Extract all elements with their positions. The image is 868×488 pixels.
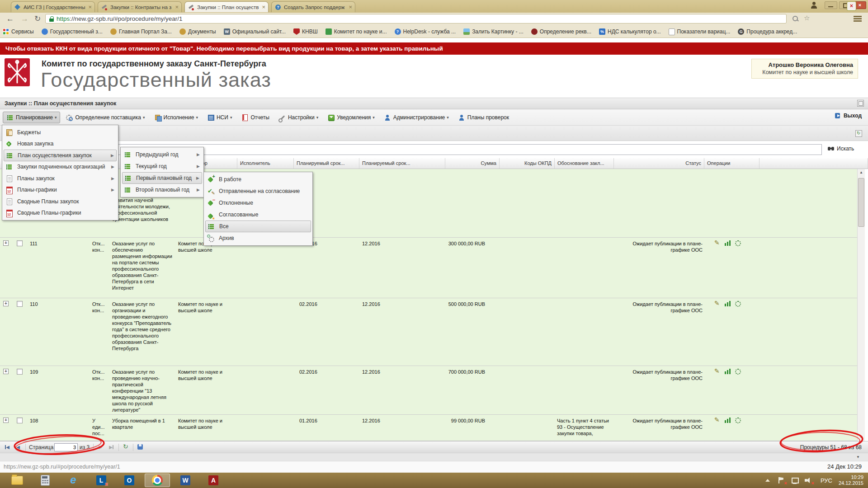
edit-icon[interactable]: ✎ bbox=[714, 239, 722, 247]
ie-icon[interactable]: e bbox=[61, 474, 86, 487]
action-center-flag-icon[interactable]: × bbox=[777, 477, 785, 484]
bookmark-item[interactable]: Государственный з... bbox=[42, 28, 103, 35]
chart-icon[interactable] bbox=[724, 417, 732, 424]
bookmark-item[interactable]: КНВШ bbox=[293, 28, 318, 35]
gear-icon[interactable] bbox=[734, 300, 742, 307]
exit-button[interactable]: Выход bbox=[834, 112, 862, 119]
bookmark-item[interactable]: Залить Картинку - ... bbox=[463, 28, 524, 35]
acrobat-icon[interactable]: A bbox=[201, 474, 226, 487]
bookmark-item[interactable]: Комитет по науке и... bbox=[326, 28, 387, 35]
column-header-status[interactable]: Статус bbox=[614, 158, 704, 169]
bookmark-item[interactable]: Определение рекв... bbox=[531, 28, 591, 35]
first-page-button[interactable]: ◀ bbox=[3, 443, 12, 451]
refresh-icon[interactable]: ↻ bbox=[123, 443, 128, 450]
menubar-item[interactable]: Исполнение▾ bbox=[151, 112, 202, 123]
browser-tab[interactable]: Создать Запрос поддерж× bbox=[271, 1, 355, 12]
chart-icon[interactable] bbox=[724, 239, 732, 247]
menu-item[interactable]: План осуществления закупок▶ bbox=[4, 150, 117, 161]
bookmark-item[interactable]: Процедура аккред... bbox=[738, 28, 797, 35]
chart-icon[interactable] bbox=[724, 300, 732, 307]
browser-tab[interactable]: Закупки :: План осуществ× bbox=[184, 1, 269, 12]
panel-refresh-icon[interactable] bbox=[855, 130, 862, 137]
scroll-up-icon[interactable]: ▲ bbox=[858, 169, 865, 176]
tab-close-icon[interactable]: × bbox=[175, 5, 179, 10]
menu-item[interactable]: Отправленные на согласование bbox=[205, 185, 311, 197]
menubar-item[interactable]: Уведомления▾ bbox=[324, 112, 378, 123]
row-checkbox[interactable] bbox=[17, 301, 23, 307]
bookmark-item[interactable]: Документы bbox=[179, 28, 216, 35]
chart-icon[interactable] bbox=[724, 368, 732, 375]
back-button[interactable]: ← bbox=[6, 14, 14, 24]
tab-close-icon[interactable]: × bbox=[88, 5, 92, 10]
bookmark-item[interactable]: Главная Портал За... bbox=[110, 28, 172, 35]
explorer-icon[interactable] bbox=[5, 474, 30, 487]
vertical-scrollbar[interactable]: ▲ ▼ bbox=[857, 169, 865, 441]
menu-item[interactable]: Новая закупка bbox=[4, 138, 117, 150]
menu-item[interactable]: Текущий год▶ bbox=[122, 160, 202, 172]
column-header-executor[interactable]: Исполнитель bbox=[237, 158, 294, 169]
bookmark-star-icon[interactable]: ☆ bbox=[804, 14, 810, 22]
menu-item[interactable]: Архив bbox=[205, 232, 311, 244]
row-expander-icon[interactable]: + bbox=[3, 418, 9, 423]
menu-item[interactable]: Все bbox=[205, 221, 311, 232]
menu-item[interactable]: Предыдущий год▶ bbox=[122, 149, 202, 160]
menu-item[interactable]: Планы-графики▶ bbox=[4, 184, 117, 196]
word-icon[interactable]: W bbox=[173, 474, 198, 487]
browser-tab[interactable]: АИС ГЗ | Государственны× bbox=[11, 1, 95, 12]
column-header-sum[interactable]: Сумма bbox=[445, 158, 500, 169]
column-header-okpd[interactable]: Коды ОКПД bbox=[500, 158, 555, 169]
menubar-item[interactable]: Отчеты bbox=[237, 112, 273, 123]
tray-clock[interactable]: 10:29 24.12.2015 bbox=[839, 474, 863, 486]
column-header-justification[interactable]: Обоснование закл... bbox=[555, 158, 614, 169]
bottom-scroll-down-icon[interactable]: ▼ bbox=[856, 455, 860, 459]
reload-button[interactable]: ↻ bbox=[34, 14, 41, 24]
lync-icon[interactable]: L× bbox=[89, 474, 114, 487]
browser-menu-icon[interactable] bbox=[854, 16, 862, 22]
volume-muted-icon[interactable]: × bbox=[804, 477, 812, 484]
search-button[interactable]: Искать bbox=[827, 145, 854, 152]
bookmark-item[interactable]: Показатели вариац... bbox=[669, 28, 731, 35]
panel-collapse-icon[interactable] bbox=[857, 100, 864, 107]
menubar-item[interactable]: Администрирование▾ bbox=[380, 112, 453, 123]
column-header-operations[interactable]: Операции bbox=[704, 158, 760, 169]
last-page-button[interactable]: ▶ bbox=[107, 443, 116, 451]
forward-button[interactable]: → bbox=[21, 14, 28, 24]
save-icon[interactable] bbox=[137, 443, 144, 450]
menubar-item[interactable]: НСИ▾ bbox=[203, 112, 236, 123]
gear-icon[interactable] bbox=[734, 417, 742, 424]
zoom-icon[interactable] bbox=[792, 15, 799, 23]
menubar-item[interactable]: Планирование▾ bbox=[3, 112, 60, 123]
tray-expand-icon[interactable] bbox=[765, 479, 770, 482]
menu-item[interactable]: Сводные Планы закупок bbox=[4, 196, 117, 207]
menu-item[interactable]: Закупки подчиненных организаций▶ bbox=[4, 161, 117, 173]
address-bar[interactable]: https://new.gz-spb.ru/#po/procedure/my/y… bbox=[45, 14, 787, 23]
row-expander-icon[interactable]: + bbox=[3, 301, 9, 306]
bookmark-item[interactable]: Официальный сайт... bbox=[224, 28, 286, 35]
chrome-icon[interactable] bbox=[145, 474, 170, 487]
menu-item[interactable]: Второй плановый год▶ bbox=[122, 184, 202, 196]
language-indicator[interactable]: РУС bbox=[821, 477, 832, 484]
window-minimize-button[interactable] bbox=[825, 1, 837, 9]
bookmark-item[interactable]: НДС калькулятор о... bbox=[599, 28, 661, 35]
row-checkbox[interactable] bbox=[17, 418, 23, 423]
scrollbar-thumb[interactable] bbox=[858, 178, 864, 227]
row-expander-icon[interactable]: + bbox=[3, 240, 9, 246]
menu-item[interactable]: Планы закупок▶ bbox=[4, 173, 117, 184]
menubar-item[interactable]: Настройки▾ bbox=[275, 112, 322, 123]
tab-close-icon[interactable]: × bbox=[349, 5, 352, 10]
outlook-icon[interactable]: O bbox=[117, 474, 142, 487]
scroll-down-icon[interactable]: ▼ bbox=[858, 434, 865, 441]
browser-tab[interactable]: Закупки :: Контракты на з× bbox=[98, 1, 182, 12]
bookmark-item[interactable]: Сервисы bbox=[3, 28, 34, 35]
column-header-date2[interactable]: Планируемый срок... bbox=[359, 158, 445, 169]
menubar-item[interactable]: Определение поставщика▾ bbox=[62, 112, 148, 123]
gear-icon[interactable] bbox=[734, 239, 742, 247]
column-header-filler[interactable] bbox=[760, 158, 868, 169]
row-checkbox[interactable] bbox=[17, 369, 23, 375]
edit-icon[interactable]: ✎ bbox=[714, 417, 722, 424]
next-page-button[interactable]: ▶ bbox=[96, 443, 105, 451]
edit-icon[interactable]: ✎ bbox=[714, 368, 722, 375]
menu-item[interactable]: Согласованные bbox=[205, 209, 311, 221]
menu-item[interactable]: Сводные Планы-графики bbox=[4, 207, 117, 219]
bookmark-item[interactable]: HelpDesk - служба ... bbox=[395, 28, 456, 35]
